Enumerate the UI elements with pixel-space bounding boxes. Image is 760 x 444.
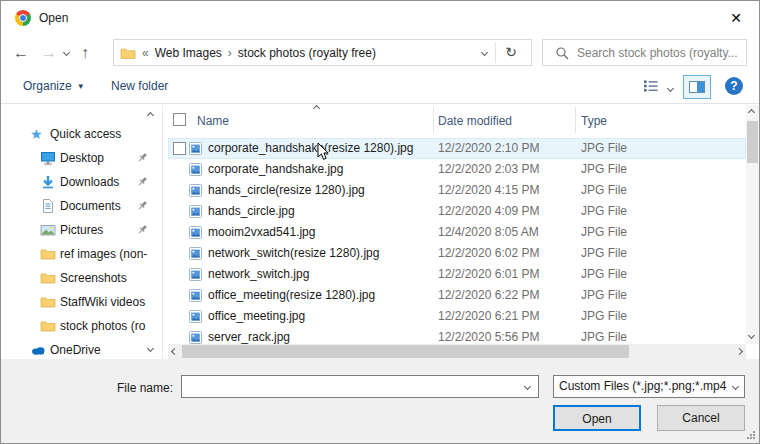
back-button[interactable]: ← bbox=[13, 41, 29, 65]
row-checkbox[interactable] bbox=[173, 142, 186, 155]
pictures-icon bbox=[40, 222, 56, 238]
open-file-dialog: Open ✕ ← → ↑ « Web Images › stock photos… bbox=[0, 0, 760, 444]
search-input[interactable] bbox=[577, 41, 742, 64]
pin-icon bbox=[134, 222, 150, 238]
vertical-scrollbar-thumb[interactable] bbox=[747, 121, 758, 163]
select-all-checkbox[interactable] bbox=[173, 113, 186, 126]
table-row[interactable]: mooim2vxad541.jpg 12/4/2020 8:05 AM JPG … bbox=[168, 222, 746, 243]
scroll-up-icon[interactable] bbox=[748, 109, 755, 116]
image-file-icon bbox=[189, 310, 202, 323]
table-row[interactable]: server_rack.jpg 12/2/2020 5:56 PM JPG Fi… bbox=[168, 327, 746, 344]
views-icon[interactable] bbox=[643, 79, 659, 93]
pin-icon bbox=[134, 198, 150, 214]
image-file-icon bbox=[189, 184, 202, 197]
file-type-value: Custom Files (*.jpg;*.png;*.mp4 bbox=[559, 376, 726, 397]
organize-button[interactable]: Organize▼ bbox=[23, 79, 85, 93]
chrome-app-icon bbox=[15, 10, 31, 26]
close-icon[interactable]: ✕ bbox=[723, 7, 749, 29]
desktop-icon bbox=[40, 150, 56, 166]
folder-icon bbox=[40, 270, 56, 286]
navigation-sidebar: ★ Quick access Desktop Downloads Documen… bbox=[2, 105, 163, 359]
sort-ascending-icon bbox=[313, 105, 320, 112]
file-name-label: File name: bbox=[117, 381, 173, 395]
folder-icon bbox=[40, 246, 56, 262]
onedrive-cloud-icon bbox=[30, 342, 46, 358]
sidebar-item-downloads[interactable]: Downloads bbox=[2, 170, 162, 194]
horizontal-scrollbar-thumb[interactable] bbox=[182, 345, 629, 358]
command-toolbar: Organize▼ New folder ? bbox=[1, 71, 759, 104]
table-row[interactable]: hands_circle(resize 1280).jpg 12/2/2020 … bbox=[168, 180, 746, 201]
mouse-cursor bbox=[317, 142, 331, 162]
history-dropdown-icon[interactable] bbox=[63, 49, 70, 56]
file-name-combo[interactable] bbox=[181, 375, 539, 398]
column-header-date-modified[interactable]: Date modified bbox=[438, 114, 512, 128]
breadcrumb-separator-icon[interactable]: › bbox=[228, 46, 232, 60]
new-folder-button[interactable]: New folder bbox=[111, 79, 168, 93]
organize-caret-icon: ▼ bbox=[77, 82, 85, 91]
file-type-select[interactable]: Custom Files (*.jpg;*.png;*.mp4 bbox=[553, 375, 745, 398]
up-button[interactable]: ↑ bbox=[81, 41, 89, 65]
file-type-dropdown-icon bbox=[732, 383, 739, 390]
dialog-footer: File name: Custom Files (*.jpg;*.png;*.m… bbox=[1, 359, 759, 443]
help-button[interactable]: ? bbox=[725, 77, 743, 95]
views-dropdown-icon[interactable] bbox=[667, 85, 674, 92]
address-bar[interactable]: « Web Images › stock photos (royalty fre… bbox=[113, 39, 532, 66]
horizontal-scrollbar[interactable] bbox=[168, 344, 746, 359]
scroll-right-icon[interactable] bbox=[736, 348, 743, 355]
table-row[interactable]: hands_circle.jpg 12/2/2020 4:09 PM JPG F… bbox=[168, 201, 746, 222]
folder-icon bbox=[40, 318, 56, 334]
search-icon bbox=[555, 46, 569, 60]
image-file-icon bbox=[189, 163, 202, 176]
table-row[interactable]: office_meeting.jpg 12/2/2020 6:21 PM JPG… bbox=[168, 306, 746, 327]
breadcrumb-root-chevron[interactable]: « bbox=[142, 46, 149, 60]
breadcrumb-segment-web-images[interactable]: Web Images bbox=[155, 46, 222, 60]
list-header: Name Date modified Type bbox=[168, 105, 746, 137]
table-row[interactable]: corporate_handshake(resize 1280).jpg 12/… bbox=[168, 138, 746, 159]
scroll-left-icon[interactable] bbox=[171, 348, 178, 355]
address-dropdown-icon[interactable] bbox=[481, 49, 488, 56]
breadcrumb-segment-stock-photos[interactable]: stock photos (royalty free) bbox=[238, 46, 376, 60]
documents-icon bbox=[40, 198, 56, 214]
downloads-icon bbox=[40, 174, 56, 190]
file-name-input[interactable] bbox=[186, 377, 516, 396]
title-bar: Open ✕ bbox=[1, 1, 759, 35]
refresh-icon[interactable]: ↻ bbox=[499, 42, 523, 63]
scroll-down-icon[interactable] bbox=[748, 332, 755, 339]
folder-icon bbox=[120, 46, 136, 60]
column-header-type[interactable]: Type bbox=[581, 114, 607, 128]
table-row[interactable]: office_meeting(resize 1280).jpg 12/2/202… bbox=[168, 285, 746, 306]
forward-button: → bbox=[41, 41, 57, 65]
resize-grip[interactable] bbox=[746, 430, 756, 440]
sidebar-item-staffwiki-videos[interactable]: StaffWiki videos bbox=[2, 290, 162, 314]
sidebar-scroll-up-icon[interactable] bbox=[147, 112, 154, 119]
image-file-icon bbox=[189, 331, 202, 344]
image-file-icon bbox=[189, 268, 202, 281]
navigation-bar: ← → ↑ « Web Images › stock photos (royal… bbox=[1, 35, 759, 71]
cancel-button[interactable]: Cancel bbox=[657, 405, 745, 431]
column-header-name[interactable]: Name bbox=[197, 114, 229, 128]
file-name-dropdown-icon[interactable] bbox=[524, 383, 531, 390]
open-button[interactable]: Open bbox=[553, 405, 641, 431]
sidebar-item-onedrive[interactable]: OneDrive bbox=[2, 338, 162, 359]
folder-icon bbox=[40, 294, 56, 310]
table-row[interactable]: corporate_handshake.jpg 12/2/2020 2:03 P… bbox=[168, 159, 746, 180]
sidebar-item-quick-access[interactable]: ★ Quick access bbox=[2, 122, 162, 146]
file-rows: corporate_handshake(resize 1280).jpg 12/… bbox=[168, 138, 746, 344]
image-file-icon bbox=[189, 226, 202, 239]
quick-access-star-icon: ★ bbox=[30, 126, 46, 142]
table-row[interactable]: network_switch.jpg 12/2/2020 6:01 PM JPG… bbox=[168, 264, 746, 285]
pin-icon bbox=[134, 174, 150, 190]
sidebar-item-desktop[interactable]: Desktop bbox=[2, 146, 162, 170]
sidebar-item-stock-photos[interactable]: stock photos (ro bbox=[2, 314, 162, 338]
sidebar-item-screenshots[interactable]: Screenshots bbox=[2, 266, 162, 290]
preview-pane-icon bbox=[689, 81, 705, 93]
preview-pane-toggle[interactable] bbox=[683, 75, 711, 99]
search-box[interactable] bbox=[542, 39, 747, 66]
sidebar-item-documents[interactable]: Documents bbox=[2, 194, 162, 218]
table-row[interactable]: network_switch(resize 1280).jpg 12/2/202… bbox=[168, 243, 746, 264]
image-file-icon bbox=[189, 247, 202, 260]
sidebar-item-ref-images[interactable]: ref images (non- bbox=[2, 242, 162, 266]
vertical-scrollbar[interactable] bbox=[746, 105, 759, 344]
file-list: Name Date modified Type corporate_handsh… bbox=[168, 105, 746, 359]
sidebar-item-pictures[interactable]: Pictures bbox=[2, 218, 162, 242]
